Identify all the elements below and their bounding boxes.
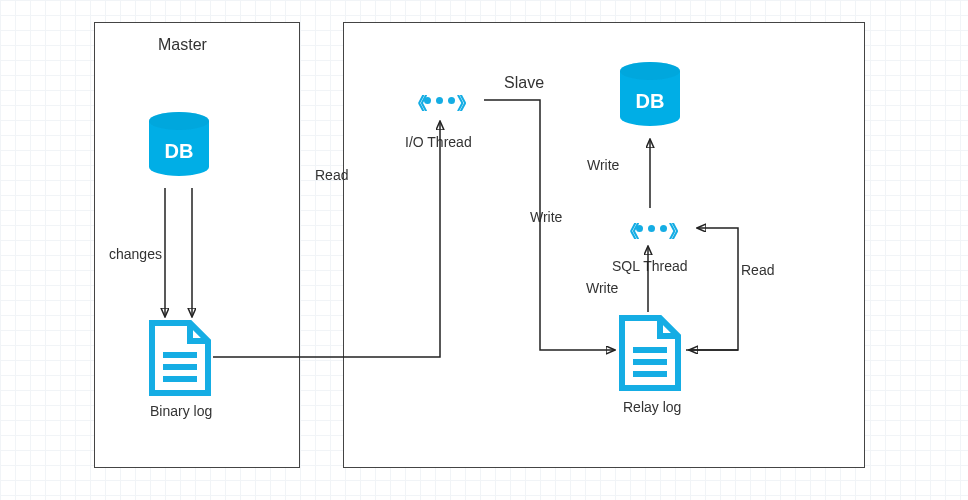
master-db-label: DB (149, 140, 209, 163)
binary-log-label: Binary log (150, 403, 212, 419)
master-frame (94, 22, 300, 468)
write-from-relay-label: Write (586, 280, 618, 296)
relay-log-icon (618, 314, 682, 392)
read-relay-label: Read (741, 262, 774, 278)
master-db-icon: DB (149, 112, 209, 184)
master-title: Master (158, 36, 207, 54)
slave-db-icon: DB (620, 62, 680, 134)
write-to-relay-label: Write (530, 209, 562, 225)
relay-log-label: Relay log (623, 399, 681, 415)
binary-log-icon (148, 319, 212, 397)
write-to-db-label: Write (587, 157, 619, 173)
read-label: Read (315, 167, 348, 183)
changes-label: changes (109, 246, 162, 262)
io-thread-label: I/O Thread (405, 134, 472, 150)
slave-db-label: DB (620, 90, 680, 113)
slave-title: Slave (504, 74, 544, 92)
sql-thread-label: SQL Thread (612, 258, 688, 274)
sql-thread-icon (607, 212, 695, 244)
io-thread-icon (395, 84, 483, 116)
